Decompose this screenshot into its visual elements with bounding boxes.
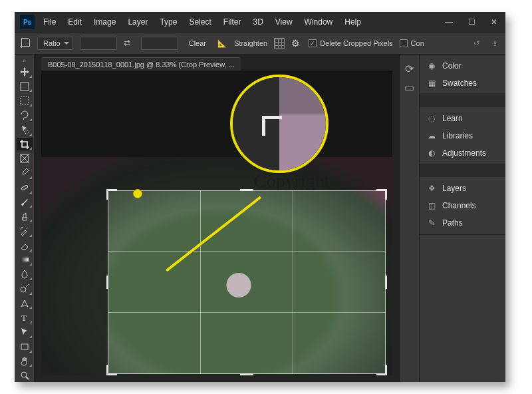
tool-quick-select[interactable] xyxy=(17,123,33,136)
overlay-grid-icon[interactable] xyxy=(274,38,285,49)
canvas[interactable]: Copyright xyxy=(41,71,392,375)
close-button[interactable]: ✕ xyxy=(483,12,505,32)
tool-dodge[interactable] xyxy=(17,282,33,296)
clear-button[interactable]: Clear xyxy=(185,37,210,49)
layers-icon: ❖ xyxy=(426,183,437,194)
maximize-button[interactable]: ☐ xyxy=(460,12,483,32)
panel-label: Paths xyxy=(442,218,463,228)
tool-eyedropper[interactable] xyxy=(17,166,33,180)
content-aware-checkbox[interactable]: Con xyxy=(400,39,424,47)
menu-3d[interactable]: 3D xyxy=(251,16,265,28)
crop-handle-top-left[interactable] xyxy=(106,189,117,200)
crop-handle-top[interactable] xyxy=(240,189,253,191)
delete-cropped-checkbox[interactable]: ✓ Delete Cropped Pixels xyxy=(309,39,392,47)
panel-learn[interactable]: ◌Learn xyxy=(420,110,505,127)
menu-select[interactable]: Select xyxy=(187,16,213,28)
app-window: Ps File Edit Image Layer Type Select Fil… xyxy=(15,12,505,382)
menu-type[interactable]: Type xyxy=(158,16,179,28)
panel-libraries[interactable]: ☁Libraries xyxy=(420,127,505,144)
document-area: B005-08_20150118_0001.jpg @ 8.33% (Crop … xyxy=(35,55,399,382)
history-icon[interactable]: ⟳ xyxy=(404,63,416,75)
tool-healing[interactable] xyxy=(17,181,33,194)
annotation-magnifier xyxy=(230,75,329,173)
menu-image[interactable]: Image xyxy=(92,16,118,28)
tool-type[interactable]: T xyxy=(17,311,33,324)
svg-point-12 xyxy=(21,372,27,377)
app-logo-icon: Ps xyxy=(20,15,35,29)
crop-tool-icon xyxy=(20,38,31,49)
tool-hand[interactable] xyxy=(17,355,33,368)
tool-zoom[interactable] xyxy=(17,369,33,382)
crop-handle-right[interactable] xyxy=(385,276,387,289)
tool-marquee[interactable] xyxy=(17,94,33,107)
tool-gradient[interactable] xyxy=(17,254,33,267)
aspect-ratio-select[interactable]: Ratio xyxy=(37,37,73,50)
menu-file[interactable]: File xyxy=(41,16,58,28)
panel-channels[interactable]: ◫Channels xyxy=(420,197,505,214)
lightbulb-icon: ◌ xyxy=(426,113,437,124)
menu-window[interactable]: Window xyxy=(303,16,335,28)
crop-dim-top xyxy=(41,71,392,190)
menu-view[interactable]: View xyxy=(273,16,295,28)
tool-lasso[interactable] xyxy=(17,108,33,122)
tool-artboard[interactable] xyxy=(17,80,33,93)
menu-edit[interactable]: Edit xyxy=(66,16,84,28)
menu-layer[interactable]: Layer xyxy=(126,16,150,28)
crop-handle-bottom-left[interactable] xyxy=(106,365,117,375)
panel-color[interactable]: ◉Color xyxy=(420,57,505,75)
tool-clone[interactable] xyxy=(17,210,33,223)
reset-icon[interactable]: ↺ xyxy=(471,38,481,49)
panel-label: Layers xyxy=(442,184,466,193)
crop-grid-overlay xyxy=(108,190,386,374)
svg-rect-11 xyxy=(21,344,28,349)
crop-handle-top-right[interactable] xyxy=(376,189,387,200)
document-tab[interactable]: B005-08_20150118_0001.jpg @ 8.33% (Crop … xyxy=(41,57,241,71)
svg-point-8 xyxy=(21,287,26,292)
cloud-icon: ☁ xyxy=(426,130,437,141)
tool-crop[interactable] xyxy=(17,138,33,151)
toolbar-collapse-icon[interactable]: » xyxy=(15,57,34,64)
panel-label: Color xyxy=(442,61,462,71)
crop-handle-bottom[interactable] xyxy=(240,373,253,375)
panel-paths[interactable]: ✎Paths xyxy=(420,214,505,232)
crop-dim-left xyxy=(41,190,108,374)
tool-frame[interactable] xyxy=(17,152,33,165)
options-bar: Ratio Clear 📐 Straighten ✓ Delete Croppe… xyxy=(15,32,505,55)
width-input[interactable] xyxy=(80,37,117,50)
straighten-label[interactable]: Straighten xyxy=(234,39,267,47)
color-wheel-icon: ◉ xyxy=(426,61,437,71)
tool-history-brush[interactable] xyxy=(17,224,33,238)
panel-adjustments[interactable]: ◐Adjustments xyxy=(420,144,505,162)
swatches-icon: ▦ xyxy=(426,78,437,89)
tool-eraser[interactable] xyxy=(17,239,33,252)
height-input[interactable] xyxy=(141,37,178,50)
tool-brush[interactable] xyxy=(17,196,33,209)
share-icon[interactable]: ⇪ xyxy=(489,38,500,49)
tool-move[interactable] xyxy=(17,65,33,79)
crop-box[interactable] xyxy=(108,190,386,374)
delete-cropped-label: Delete Cropped Pixels xyxy=(320,39,392,47)
svg-rect-6 xyxy=(21,185,28,190)
straighten-icon[interactable]: 📐 xyxy=(217,38,227,49)
tool-blur[interactable] xyxy=(17,268,33,281)
menubar: Ps File Edit Image Layer Type Select Fil… xyxy=(15,12,505,32)
channels-icon: ◫ xyxy=(426,200,437,211)
tool-rectangle[interactable] xyxy=(17,340,33,353)
crop-settings-icon[interactable] xyxy=(291,38,302,49)
crop-handle-bottom-right[interactable] xyxy=(376,365,387,375)
panel-label: Channels xyxy=(442,201,476,210)
menu-help[interactable]: Help xyxy=(342,16,363,28)
panel-layers[interactable]: ❖Layers xyxy=(420,180,505,197)
panel-label: Swatches xyxy=(442,79,477,88)
swap-dimensions-icon[interactable] xyxy=(124,38,134,49)
tool-pen[interactable] xyxy=(17,297,33,310)
menu-filter[interactable]: Filter xyxy=(221,16,243,28)
panel-swatches[interactable]: ▦Swatches xyxy=(420,75,505,92)
minimize-button[interactable]: — xyxy=(438,12,460,32)
svg-text:T: T xyxy=(21,313,27,323)
properties-icon[interactable]: ▭ xyxy=(404,81,416,93)
panels-column: ◉Color ▦Swatches ◌Learn ☁Libraries ◐Adju… xyxy=(419,55,505,382)
crop-handle-left[interactable] xyxy=(106,276,108,289)
panel-label: Learn xyxy=(442,114,463,123)
tool-path-select[interactable] xyxy=(17,325,33,339)
